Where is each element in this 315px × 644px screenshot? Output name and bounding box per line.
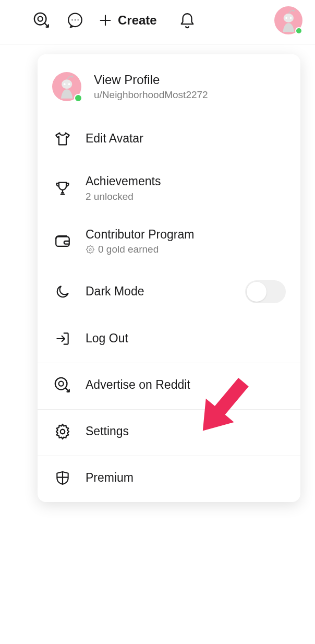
edit-avatar-label: Edit Avatar — [86, 132, 143, 146]
settings-item[interactable]: Settings — [38, 409, 300, 454]
online-indicator — [295, 27, 302, 34]
notifications-icon[interactable] — [177, 10, 198, 31]
svg-point-14 — [68, 83, 70, 85]
log-out-label: Log Out — [86, 331, 128, 346]
achievements-label: Achievements — [86, 174, 161, 189]
svg-point-18 — [59, 381, 64, 386]
dark-mode-item[interactable]: Dark Mode — [38, 269, 300, 315]
premium-item[interactable]: Premium — [38, 456, 300, 500]
achievements-sublabel: 2 unlocked — [86, 191, 161, 202]
advertise-icon[interactable] — [31, 10, 52, 31]
create-label: Create — [118, 13, 157, 28]
svg-point-9 — [289, 17, 292, 19]
header-bar: Create — [0, 0, 315, 44]
dark-mode-toggle[interactable] — [245, 280, 286, 303]
contributor-program-item[interactable]: Contributor Program 0 gold earned — [38, 216, 300, 267]
svg-point-12 — [62, 79, 72, 89]
svg-point-15 — [71, 76, 73, 78]
moon-icon — [52, 281, 73, 302]
svg-point-7 — [283, 14, 293, 22]
contributor-sublabel: 0 gold earned — [86, 244, 194, 255]
wallet-icon — [52, 231, 73, 252]
avatar — [52, 72, 81, 101]
log-out-item[interactable]: Log Out — [38, 317, 300, 361]
svg-point-10 — [293, 9, 295, 11]
view-profile-item[interactable]: View Profile u/NeighborhoodMost2272 — [38, 63, 300, 115]
svg-point-4 — [75, 19, 76, 20]
plus-icon — [98, 13, 113, 28]
toggle-knob — [247, 282, 266, 302]
gold-badge-icon — [86, 245, 95, 254]
svg-point-13 — [64, 83, 66, 85]
gear-icon — [52, 421, 73, 442]
user-dropdown: View Profile u/NeighborhoodMost2272 Edit… — [38, 54, 300, 502]
chat-icon[interactable] — [65, 10, 86, 31]
user-avatar-button[interactable] — [274, 6, 302, 34]
svg-point-3 — [71, 19, 72, 20]
dark-mode-label: Dark Mode — [86, 284, 144, 299]
create-button[interactable]: Create — [98, 13, 157, 28]
logout-icon — [52, 328, 73, 349]
advertise-item[interactable]: Advertise on Reddit — [38, 363, 300, 407]
online-indicator — [74, 94, 82, 102]
svg-point-19 — [60, 430, 65, 434]
svg-point-5 — [78, 19, 79, 20]
achievements-item[interactable]: Achievements 2 unlocked — [38, 163, 300, 214]
advertise-target-icon — [52, 375, 73, 396]
premium-label: Premium — [86, 471, 134, 485]
contributor-label: Contributor Program — [86, 228, 194, 242]
tshirt-icon — [52, 128, 73, 149]
svg-point-8 — [285, 17, 287, 19]
trophy-icon — [52, 178, 73, 199]
view-profile-label: View Profile — [94, 73, 208, 87]
edit-avatar-item[interactable]: Edit Avatar — [38, 117, 300, 161]
username-label: u/NeighborhoodMost2272 — [94, 89, 208, 101]
shield-icon — [52, 468, 73, 488]
svg-point-1 — [38, 17, 43, 21]
settings-label: Settings — [86, 424, 129, 439]
advertise-label: Advertise on Reddit — [86, 378, 190, 392]
